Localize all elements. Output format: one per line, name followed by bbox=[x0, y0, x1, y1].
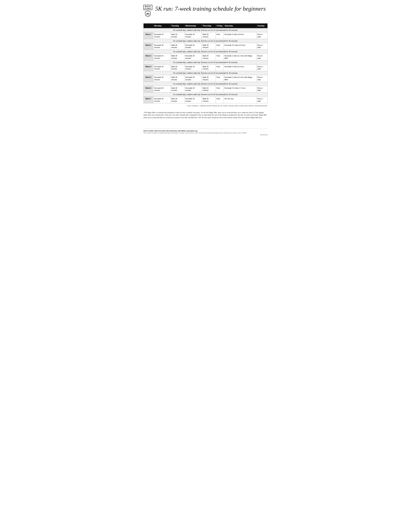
week-1-day-6: Run/walk 3 miles (4.8 km) bbox=[224, 32, 256, 39]
week-label-5: Week 5 bbox=[144, 75, 153, 82]
col-header-wednesday: Wednesday bbox=[184, 24, 202, 28]
week-6-day-7: Rest or walk bbox=[256, 86, 267, 92]
week-5-day-4: Walk 30 minutes bbox=[202, 75, 216, 82]
week-4-day-2: Walk 30 minutes bbox=[170, 64, 184, 71]
week-4-day-6: Run/walk 4 miles (6.4 km) bbox=[224, 64, 256, 71]
page-header: MAYOCLINIC 5K run: 7-week training sched… bbox=[143, 5, 268, 17]
week-label-6: Week 6 bbox=[144, 86, 153, 92]
instruction-row-week-5: On run/walk days, walkers walk only. Run… bbox=[144, 71, 268, 75]
logo-text: MAYOCLINIC bbox=[143, 5, 152, 10]
week-row-7: Week 7Run/walk 30 minutesWalk 30 minutes… bbox=[144, 96, 268, 103]
week-5-day-3: Run/walk 30 minutes bbox=[184, 75, 202, 82]
col-header-tuesday: Tuesday bbox=[170, 24, 184, 28]
col-header-saturday: Saturday bbox=[224, 24, 256, 28]
mayo-clinic-logo: MAYOCLINIC bbox=[143, 5, 152, 17]
instruction-row-week-2: On run/walk days, walkers walk only. Run… bbox=[144, 39, 268, 43]
page-footer: MAYO CLINIC | 200 First Street SW | Roch… bbox=[143, 128, 268, 136]
week-6-day-3: Run/walk 30 minutes bbox=[184, 86, 202, 92]
instruction-row-week-6: On run/walk days, walkers walk only. Run… bbox=[144, 82, 268, 86]
week-3-day-3: Run/walk 30 minutes bbox=[184, 54, 202, 60]
week-1-day-1: Run/walk 30 minutes bbox=[153, 32, 170, 39]
week-1-day-3: Run/walk 30 minutes bbox=[184, 32, 202, 39]
week-7-day-2: Walk 30 minutes bbox=[170, 96, 184, 103]
svg-point-0 bbox=[146, 14, 148, 15]
footer-code: MC7498-106 bbox=[143, 134, 268, 136]
week-6-day-5: Rest bbox=[216, 86, 224, 92]
week-2-day-4: Walk 30 minutes bbox=[202, 43, 216, 49]
week-row-3: Week 3Run/walk 30 minutesWalk 30 minutes… bbox=[144, 54, 268, 60]
schedule-table: Monday Tuesday Wednesday Thursday Friday… bbox=[143, 23, 268, 103]
week-7-day-5: Rest bbox=[216, 96, 224, 103]
week-label-2: Week 2 bbox=[144, 43, 153, 49]
instruction-row-week-4: On run/walk days, walkers walk only. Run… bbox=[144, 60, 268, 64]
source-note: Source: Galloway, J. Galloway's 5K/10K R… bbox=[143, 105, 268, 106]
week-7-day-4: Walk 30 minutes bbox=[202, 96, 216, 103]
week-2-day-3: Run/walk 30 minutes bbox=[184, 43, 202, 49]
week-5-day-7: Rest or walk bbox=[256, 75, 267, 82]
week-4-day-5: Rest bbox=[216, 64, 224, 71]
week-1-day-2: Walk 30 minutes bbox=[170, 32, 184, 39]
week-3-day-7: Rest or walk bbox=[256, 54, 267, 60]
week-4-day-7: Rest or walk bbox=[256, 64, 267, 71]
page-title: 5K run: 7-week training schedule for beg… bbox=[155, 5, 266, 12]
week-label-3: Week 3 bbox=[144, 54, 153, 60]
col-header-thursday: Thursday bbox=[202, 24, 216, 28]
week-6-day-6: Run/walk 4.5 miles (7.2 km) bbox=[224, 86, 256, 92]
week-2-day-1: Run/walk 30 minutes bbox=[153, 43, 170, 49]
week-5-day-5: Rest bbox=[216, 75, 224, 82]
week-4-day-3: Run/walk 30 minutes bbox=[184, 64, 202, 71]
shield-icon bbox=[145, 10, 151, 17]
week-3-day-2: Walk 30 minutes bbox=[170, 54, 184, 60]
week-row-5: Week 5Run/walk 30 minutesWalk 30 minutes… bbox=[144, 75, 268, 82]
week-1-day-7: Rest or walk bbox=[256, 32, 267, 39]
week-5-day-6: Run/walk 2 miles (3.2 km) with Magic Mil… bbox=[224, 75, 256, 82]
week-row-1: Week 1Run/walk 30 minutesWalk 30 minutes… bbox=[144, 32, 268, 39]
week-7-day-1: Run/walk 30 minutes bbox=[153, 96, 170, 103]
magic-mile-note: *The Magic Mile is a training tool desig… bbox=[143, 111, 268, 119]
week-6-day-2: Walk 30 minutes bbox=[170, 86, 184, 92]
week-2-day-7: Rest or walk bbox=[256, 43, 267, 49]
week-row-6: Week 6Run/walk 30 minutesWalk 30 minutes… bbox=[144, 86, 268, 92]
instruction-row-week-3: On run/walk days, walkers walk only. Run… bbox=[144, 50, 268, 54]
svg-point-1 bbox=[148, 14, 149, 15]
col-header-friday: Friday bbox=[216, 24, 224, 28]
col-header-week bbox=[144, 24, 153, 28]
week-label-7: Week 7 bbox=[144, 96, 153, 103]
col-header-sunday: Sunday bbox=[256, 24, 267, 28]
week-7-day-3: Run/walk 30 minutes bbox=[184, 96, 202, 103]
week-2-day-2: Walk 30 minutes bbox=[170, 43, 184, 49]
week-3-day-4: Walk 30 minutes bbox=[202, 54, 216, 60]
col-header-monday: Monday bbox=[153, 24, 170, 28]
week-1-day-5: Rest bbox=[216, 32, 224, 39]
week-3-day-6: Run/walk 2 miles (3.2 km) with Magic Mil… bbox=[224, 54, 256, 60]
week-label-4: Week 4 bbox=[144, 64, 153, 71]
instruction-row-week-1: On run/walk days, walkers walk only. Run… bbox=[144, 28, 268, 32]
week-label-1: Week 1 bbox=[144, 32, 153, 39]
week-4-day-4: Walk 30 minutes bbox=[202, 64, 216, 71]
footer-contact: MAYO CLINIC | 200 First Street SW | Roch… bbox=[143, 130, 268, 132]
week-1-day-4: Walk 30 minutes bbox=[202, 32, 216, 39]
week-7-day-7: Rest or walk bbox=[256, 96, 267, 103]
week-row-2: Week 2Run/walk 30 minutesWalk 30 minutes… bbox=[144, 43, 268, 49]
week-7-day-6: 5K race day bbox=[224, 96, 256, 103]
week-4-day-1: Run/walk 30 minutes bbox=[153, 64, 170, 71]
week-6-day-4: Walk 30 minutes bbox=[202, 86, 216, 92]
week-3-day-5: Rest bbox=[216, 54, 224, 60]
week-3-day-1: Run/walk 30 minutes bbox=[153, 54, 170, 60]
week-5-day-2: Walk 30 minutes bbox=[170, 75, 184, 82]
week-5-day-1: Run/walk 30 minutes bbox=[153, 75, 170, 82]
week-6-day-1: Run/walk 30 minutes bbox=[153, 86, 170, 92]
week-2-day-6: Run/walk 3.5 miles (5.6 km) bbox=[224, 43, 256, 49]
footer-copyright: ©2011 Mayo Foundation for Medical Educat… bbox=[143, 132, 268, 134]
week-2-day-5: Rest bbox=[216, 43, 224, 49]
instruction-row-week-7: On run/walk days, walkers walk only. Run… bbox=[144, 93, 268, 96]
week-row-4: Week 4Run/walk 30 minutesWalk 30 minutes… bbox=[144, 64, 268, 71]
